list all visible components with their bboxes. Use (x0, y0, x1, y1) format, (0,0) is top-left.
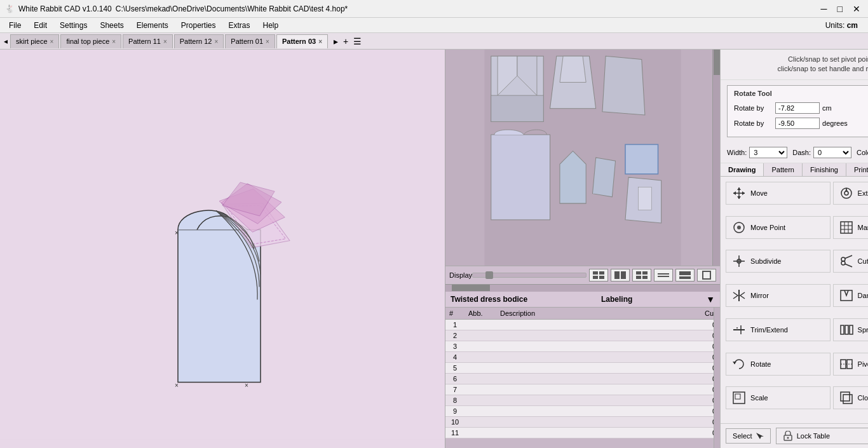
tab-drawing[interactable]: Drawing (721, 163, 764, 176)
tool-dart[interactable]: Dart (833, 284, 868, 307)
tab-pattern-01[interactable]: Pattern 01 × (225, 34, 275, 48)
tool-cut-label: Cut (858, 257, 868, 265)
table-row[interactable]: 5 0 (445, 363, 720, 374)
svg-text:×: × (175, 229, 179, 236)
thumbnail-svg (445, 50, 720, 266)
cell-num: 5 (445, 363, 465, 374)
tab-close-pattern-01[interactable]: × (266, 38, 269, 45)
tool-pivot[interactable]: Pivot (833, 353, 868, 376)
tab-pattern-11[interactable]: Pattern 11 × (123, 34, 173, 48)
tool-markings[interactable]: Markings (833, 216, 868, 239)
rotate-input-cm[interactable] (775, 102, 820, 114)
tab-menu[interactable]: ☰ (351, 36, 363, 46)
mirror-icon (731, 288, 747, 303)
display-btn-4[interactable] (654, 269, 673, 282)
table-row[interactable]: 6 0 (445, 374, 720, 384)
table-row[interactable]: 3 0 (445, 341, 720, 352)
thumbnail-scrollbar[interactable] (712, 50, 720, 266)
width-select[interactable]: 31245 (749, 147, 787, 158)
h-scrollbar-thumb[interactable] (452, 285, 490, 291)
tool-move-point[interactable]: Move Point (726, 216, 831, 239)
table-filter-icon[interactable]: ▼ (706, 294, 715, 304)
menu-settings[interactable]: Settings (53, 20, 93, 31)
lock-table-button[interactable]: Lock Table (776, 428, 868, 444)
menu-help[interactable]: Help (257, 20, 285, 31)
table-header-row: Twisted dress bodice Labeling ▼ (445, 292, 720, 308)
tab-finishing[interactable]: Finishing (803, 163, 846, 176)
tab-close-pattern-11[interactable]: × (163, 38, 167, 45)
cell-num: 4 (445, 352, 465, 363)
tab-skirt-piece[interactable]: skirt piece × (10, 34, 59, 48)
color-group: Color: (857, 146, 868, 159)
table-row[interactable]: 7 0 (445, 384, 720, 395)
menu-elements[interactable]: Elements (130, 20, 175, 31)
tool-extract[interactable]: Extract (833, 182, 868, 205)
tool-trim-extend[interactable]: Trim/Extend (726, 318, 831, 341)
svg-rect-57 (845, 325, 848, 334)
tool-mirror[interactable]: Mirror (726, 284, 831, 307)
pattern-canvas[interactable]: × × × × (0, 50, 445, 448)
svg-line-49 (844, 255, 852, 259)
labeling-label: Labeling (601, 295, 632, 304)
tool-trim-label: Trim/Extend (750, 326, 788, 334)
table-row[interactable]: 4 0 (445, 352, 720, 363)
display-slider[interactable] (472, 273, 587, 278)
cell-abb (465, 395, 496, 406)
tab-final-top-piece[interactable]: final top piece × (60, 34, 121, 48)
tab-add[interactable]: + (341, 36, 350, 46)
table-row[interactable]: 10 0 (445, 417, 720, 428)
display-btn-2[interactable] (611, 269, 630, 282)
display-btn-1[interactable] (589, 269, 608, 282)
tab-pattern-03[interactable]: Pattern 03 × (276, 34, 328, 48)
svg-rect-9 (491, 135, 550, 220)
svg-text:×: × (175, 382, 179, 389)
tab-scroll-left[interactable]: ◂ (1, 37, 10, 46)
move-icon (731, 186, 747, 201)
menu-properties[interactable]: Properties (175, 20, 222, 31)
tool-cut[interactable]: Cut (833, 250, 868, 273)
tab-close-skirt-piece[interactable]: × (50, 38, 54, 45)
display-btn-3[interactable] (632, 269, 651, 282)
tab-scroll-right[interactable]: ▸ (332, 36, 340, 46)
table-row[interactable]: 9 0 (445, 406, 720, 417)
dash-select[interactable]: 0123 (813, 147, 851, 158)
tab-close-pattern-12[interactable]: × (214, 38, 218, 45)
tool-spread[interactable]: Spread (833, 318, 868, 341)
svg-rect-26 (703, 271, 710, 279)
tool-rotate[interactable]: Rotate (726, 353, 831, 376)
display-btn-6[interactable] (697, 269, 716, 282)
table-row[interactable]: 11 0 (445, 428, 720, 438)
tool-subdivide[interactable]: Subdivide (726, 250, 831, 273)
scrollbar-thumb[interactable] (714, 50, 720, 75)
menu-file[interactable]: File (3, 20, 27, 31)
table-row[interactable]: 2 0 (445, 330, 720, 341)
table-scrollbar-v[interactable] (714, 308, 720, 448)
tab-pattern-12[interactable]: Pattern 12 × (174, 34, 224, 48)
minimize-button[interactable]: ─ (818, 4, 830, 14)
horizontal-scrollbar[interactable] (445, 284, 720, 292)
table-row[interactable]: 8 0 (445, 395, 720, 406)
select-button[interactable]: Select (726, 428, 771, 444)
tool-move[interactable]: Move (726, 182, 831, 205)
canvas-area[interactable]: × × × × (0, 50, 445, 448)
tool-clone[interactable]: Clone (833, 386, 868, 409)
cell-num: 7 (445, 384, 465, 395)
rotate-label-1: Rotate by (734, 104, 775, 112)
svg-rect-64 (735, 394, 740, 399)
tab-close-final-top-piece[interactable]: × (112, 38, 116, 45)
tab-printing[interactable]: Printing (846, 163, 868, 176)
display-btn-5[interactable] (675, 269, 695, 282)
tool-move-point-label: Move Point (750, 224, 785, 231)
menu-extras[interactable]: Extras (222, 20, 256, 31)
menu-edit[interactable]: Edit (27, 20, 53, 31)
col-header-num: # (445, 308, 465, 320)
table-row[interactable]: 1 0 (445, 320, 720, 330)
maximize-button[interactable]: □ (835, 4, 845, 14)
svg-rect-19 (642, 271, 648, 275)
menu-sheets[interactable]: Sheets (93, 20, 130, 31)
rotate-input-degrees[interactable] (775, 118, 820, 129)
tab-close-pattern-03[interactable]: × (318, 38, 322, 45)
close-button[interactable]: ✕ (850, 4, 863, 14)
tool-scale[interactable]: Scale (726, 386, 831, 409)
tab-pattern[interactable]: Pattern (764, 163, 802, 176)
